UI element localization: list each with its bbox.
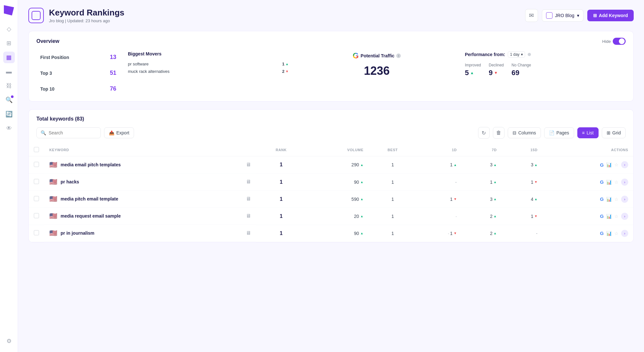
sidebar-item-calendar[interactable]: ▬: [3, 66, 15, 77]
delete-button[interactable]: 🗑: [493, 127, 505, 139]
th-d7-label: 7D: [492, 148, 497, 152]
sidebar-item-search[interactable]: 🔍: [3, 94, 15, 106]
sidebar-item-analytics[interactable]: 🔄: [3, 108, 15, 120]
sidebar-item-settings[interactable]: ⚙: [3, 335, 15, 347]
grid-button[interactable]: ⊞ Grid: [602, 127, 626, 138]
flag-icon: 🇺🇸: [49, 229, 57, 237]
table-row: 🇺🇸 media pitch email template 🖥 1 590 ▲ …: [29, 191, 633, 208]
row-checkbox[interactable]: [34, 196, 39, 201]
overview-header: Overview Hide: [36, 38, 626, 45]
page-icon-inner: [32, 11, 41, 20]
list-button[interactable]: ≡ List: [577, 127, 599, 138]
chart-bar-icon[interactable]: 📊: [606, 231, 612, 236]
declined-arrow: ▼: [494, 71, 498, 75]
export-button[interactable]: 📤 Export: [104, 127, 134, 138]
arrow-down-icon: ▼: [454, 197, 457, 201]
row-checkbox[interactable]: [34, 179, 39, 184]
top3-label: Top 3: [40, 71, 52, 76]
rank-value: 1: [280, 230, 283, 236]
flag-icon: 🇺🇸: [49, 178, 57, 186]
google-search-icon[interactable]: G: [600, 230, 604, 236]
header-right: ✉ JRO Blog ▾ ⊞ Add Keyword: [525, 9, 634, 22]
list-icon: ≡: [582, 130, 585, 135]
star-icon[interactable]: ☆: [614, 180, 619, 185]
volume-value: 290: [351, 162, 359, 167]
google-search-icon[interactable]: G: [600, 213, 604, 219]
no-change-value: 69: [512, 69, 531, 77]
chevron-right-icon: ›: [624, 214, 625, 218]
chart-bar-icon[interactable]: 📊: [606, 162, 612, 167]
d7-container: 1▲: [467, 180, 497, 185]
potential-traffic: G Potential Traffic i 1236: [296, 51, 457, 78]
table-row: 🇺🇸 pr hacks 🖥 1 90 ▲ 1 - 1▲ 1▼ G: [29, 173, 633, 191]
expand-button[interactable]: ›: [621, 179, 628, 186]
email-button[interactable]: ✉: [525, 9, 538, 22]
table-row: 🇺🇸 media request email sample 🖥 1 20 ▲ 1…: [29, 208, 633, 225]
google-search-icon[interactable]: G: [600, 162, 604, 168]
pages-button[interactable]: 📄 Pages: [544, 127, 574, 138]
analytics-icon: 🔄: [5, 111, 13, 118]
app-logo[interactable]: [4, 5, 14, 15]
d1-container: ·1▼: [422, 231, 457, 236]
volume-value: 20: [354, 214, 359, 219]
chart-bar-icon[interactable]: 📊: [606, 197, 612, 202]
th-d1-label: 1D: [452, 148, 457, 152]
sidebar-item-links[interactable]: ⛓: [3, 80, 15, 92]
monitor-icon: 🖥: [246, 213, 251, 219]
row-d1-cell: -: [417, 173, 462, 191]
add-keyword-button[interactable]: ⊞ Add Keyword: [587, 10, 634, 21]
improved-arrow: ▲: [470, 71, 474, 75]
chart-icon: ▦: [6, 54, 12, 61]
status-indicator: [528, 53, 531, 56]
top3-value: 51: [110, 70, 116, 76]
google-search-icon[interactable]: G: [600, 179, 604, 185]
row-checkbox[interactable]: [34, 162, 39, 167]
expand-button[interactable]: ›: [621, 230, 628, 237]
expand-button[interactable]: ›: [621, 161, 628, 168]
title-block: Keyword Rankings Jro blog | Updated: 23 …: [49, 8, 124, 23]
d15-container: 1▼: [507, 180, 538, 185]
chart-bar-icon[interactable]: 📊: [606, 180, 612, 185]
row-checkbox[interactable]: [34, 230, 39, 235]
row-d15-cell: 1▼: [502, 173, 543, 191]
google-search-icon[interactable]: G: [600, 196, 604, 202]
sidebar-item-monitor[interactable]: 👁: [3, 122, 15, 134]
trash-icon: 🗑: [496, 130, 501, 136]
toggle-thumb: [619, 38, 625, 44]
expand-button[interactable]: ›: [621, 196, 628, 203]
volume-container: 590 ▲: [311, 197, 363, 202]
star-icon[interactable]: ☆: [614, 162, 619, 167]
sidebar-item-grid[interactable]: ⊞: [3, 37, 15, 49]
star-icon[interactable]: ☆: [614, 214, 619, 219]
star-icon[interactable]: ☆: [614, 231, 619, 236]
traffic-header: G Potential Traffic i: [296, 51, 457, 60]
hide-toggle-pill[interactable]: [613, 38, 626, 45]
blog-icon: [546, 12, 553, 19]
select-all-checkbox[interactable]: [34, 147, 39, 152]
star-icon[interactable]: ☆: [614, 197, 619, 202]
page-subtitle: Jro blog | Updated: 23 hours ago: [49, 18, 124, 23]
chart-bar-icon[interactable]: 📊: [606, 214, 612, 219]
refresh-button[interactable]: ↻: [478, 127, 490, 139]
d15-container: 3▲: [507, 162, 538, 167]
improved-value: 5 ▲: [465, 69, 481, 77]
row-d7-cell: 3▲: [462, 191, 502, 208]
d7-container: 3▲: [467, 197, 497, 202]
flag-icon: 🇺🇸: [49, 195, 57, 203]
blog-selector[interactable]: JRO Blog ▾: [542, 9, 583, 22]
columns-button[interactable]: ⊟ Columns: [508, 127, 541, 138]
keyword-name: pr in journalism: [61, 230, 94, 236]
th-actions: ACTIONS: [543, 144, 633, 156]
rank-value: 1: [280, 213, 283, 219]
stat-top-10: Top 10 76: [36, 83, 120, 95]
th-keyword: KEYWORD: [44, 144, 256, 156]
period-selector[interactable]: 1 day ▾: [508, 51, 525, 58]
expand-button[interactable]: ›: [621, 213, 628, 220]
sidebar-item-home[interactable]: ◇: [3, 23, 15, 35]
row-d1-cell: ·: [417, 208, 462, 225]
sidebar-item-rankings[interactable]: ▦: [3, 52, 15, 63]
search-input[interactable]: [49, 130, 97, 135]
search-box[interactable]: 🔍: [36, 127, 101, 138]
row-d7-cell: 1▲: [462, 173, 502, 191]
row-checkbox[interactable]: [34, 213, 39, 218]
